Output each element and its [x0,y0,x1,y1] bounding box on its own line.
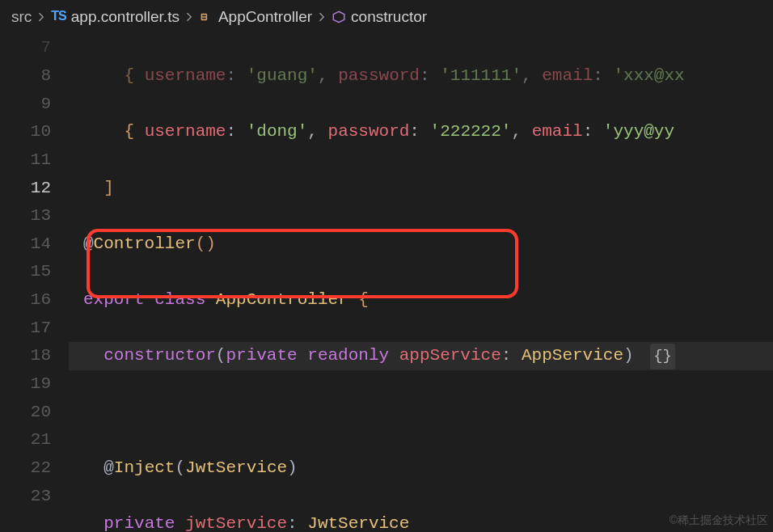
breadcrumb-file[interactable]: TS app.controller.ts [51,4,180,29]
line-number: 11 [0,146,51,175]
class-icon [199,10,213,24]
breadcrumb-member[interactable]: constructor [332,4,427,29]
line-number: 9 [0,91,51,119]
breadcrumb-class[interactable]: AppController [199,4,312,29]
line-number: 12 [0,175,51,203]
line-number: 16 [0,286,51,315]
line-number: 19 [0,370,51,399]
code-line: @Controller() [69,230,773,259]
line-number-gutter: 7 8 9 10 11 12 13 14 15 16 17 18 19 20 2… [0,34,69,532]
line-number: 10 [0,118,51,146]
fold-indicator[interactable]: {} [650,344,675,369]
line-number: 23 [0,483,51,511]
line-number: 20 [0,399,51,427]
code-line: @Inject(JwtService) [69,454,773,483]
code-editor[interactable]: 7 8 9 10 11 12 13 14 15 16 17 18 19 20 2… [0,34,773,532]
code-line: { username: 'guang', password: '111111',… [69,62,773,91]
line-number: 17 [0,315,51,343]
editor-window: src TS app.controller.ts AppController c… [0,0,773,532]
code-line: private jwtService: JwtService [69,510,773,532]
chevron-right-icon [36,12,46,22]
code-line [69,399,773,427]
code-line-active: constructor(private readonly appService:… [69,342,773,370]
line-number: 7 [0,34,51,62]
breadcrumb: src TS app.controller.ts AppController c… [0,0,773,34]
line-number: 18 [0,342,51,370]
code-area[interactable]: { username: 'guang', password: '111111',… [69,34,773,532]
line-number: 8 [0,62,51,91]
line-number: 21 [0,426,51,454]
code-line: ] [69,175,773,203]
breadcrumb-folder[interactable]: src [11,4,32,29]
typescript-icon: TS [51,6,65,27]
line-number: 22 [0,454,51,483]
chevron-right-icon [184,12,194,22]
breadcrumb-class-label: AppController [218,4,312,29]
code-line: export class AppController { [69,286,773,315]
line-number: 13 [0,202,51,230]
code-line: { username: 'dong', password: '222222', … [69,118,773,146]
chevron-right-icon [317,12,327,22]
line-number: 14 [0,230,51,259]
line-number: 15 [0,258,51,286]
breadcrumb-member-label: constructor [351,4,427,29]
breadcrumb-file-label: app.controller.ts [71,4,180,29]
method-icon [332,10,346,24]
